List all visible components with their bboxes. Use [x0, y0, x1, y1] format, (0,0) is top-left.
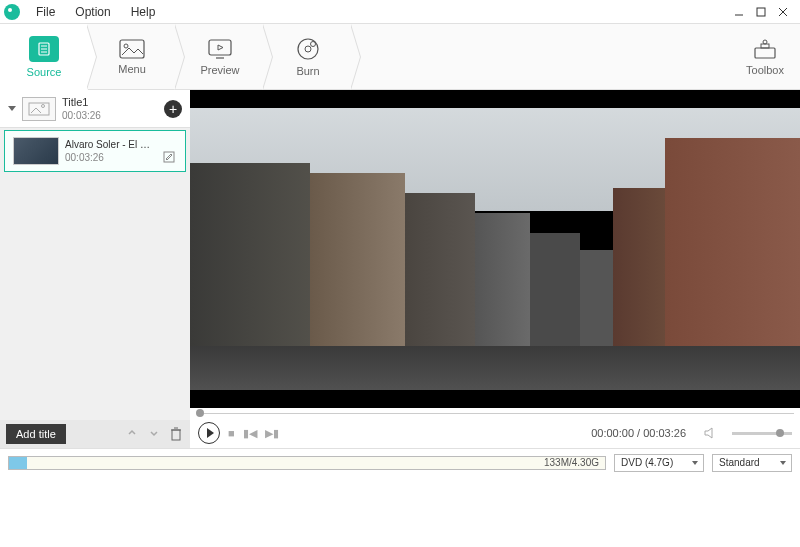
image-icon [119, 39, 145, 59]
clip-duration: 00:03:26 [65, 152, 157, 163]
svg-rect-10 [209, 40, 231, 55]
clip-name: Alvaro Soler - El Mism... [65, 139, 157, 150]
svg-point-18 [763, 40, 767, 44]
svg-rect-22 [172, 430, 180, 440]
step-label: Preview [200, 64, 239, 76]
step-burn[interactable]: Burn [264, 24, 352, 90]
document-icon [29, 36, 59, 62]
capacity-text: 133M/4.30G [544, 457, 599, 469]
svg-marker-25 [705, 428, 712, 438]
menubar: File Option Help [0, 0, 800, 24]
title-row[interactable]: Title1 00:03:26 + [0, 90, 190, 128]
title-info: Title1 00:03:26 [62, 96, 158, 121]
close-button[interactable] [776, 5, 790, 19]
svg-point-9 [124, 44, 128, 48]
toolbox-icon [752, 38, 778, 60]
svg-point-20 [42, 104, 45, 107]
prev-button[interactable]: ▮◀ [243, 427, 257, 440]
clip-info: Alvaro Soler - El Mism... 00:03:26 [65, 139, 157, 163]
step-label: Menu [118, 63, 146, 75]
preview-panel: ■ ▮◀ ▶▮ 00:00:00 / 00:03:26 [190, 90, 800, 448]
svg-point-15 [311, 41, 316, 46]
stop-button[interactable]: ■ [228, 427, 235, 439]
svg-rect-16 [755, 48, 775, 58]
scrubber[interactable] [190, 408, 800, 418]
svg-point-14 [305, 46, 311, 52]
step-menu[interactable]: Menu [88, 24, 176, 90]
menu-option[interactable]: Option [65, 5, 120, 19]
sidebar: Title1 00:03:26 + Alvaro Soler - El Mism… [0, 90, 190, 448]
menu-help[interactable]: Help [121, 5, 166, 19]
play-button[interactable] [198, 422, 220, 444]
video-viewport[interactable] [190, 90, 800, 408]
clip-thumbnail [13, 137, 59, 165]
clip-row[interactable]: Alvaro Soler - El Mism... 00:03:26 [4, 130, 186, 172]
bottom-bar: 133M/4.30G DVD (4.7G) Standard [0, 448, 800, 476]
svg-rect-21 [164, 152, 174, 162]
volume-icon[interactable] [704, 427, 718, 439]
next-button[interactable]: ▶▮ [265, 427, 279, 440]
svg-rect-19 [29, 103, 49, 115]
disc-type-dropdown[interactable]: DVD (4.7G) [614, 454, 704, 472]
quality-dropdown[interactable]: Standard [712, 454, 792, 472]
svg-rect-8 [120, 40, 144, 58]
svg-rect-1 [757, 8, 765, 16]
play-icon [207, 428, 214, 438]
capacity-bar: 133M/4.30G [8, 456, 606, 470]
maximize-button[interactable] [754, 5, 768, 19]
toolbox-button[interactable]: Toolbox [730, 24, 800, 90]
disc-icon [296, 37, 320, 61]
step-label: Burn [296, 65, 319, 77]
title-name: Title1 [62, 96, 158, 108]
svg-marker-11 [218, 45, 223, 50]
player-controls: ■ ▮◀ ▶▮ 00:00:00 / 00:03:26 [190, 418, 800, 448]
sidebar-footer: Add title [0, 420, 190, 448]
title-thumbnail [22, 97, 56, 121]
expand-arrow-icon[interactable] [8, 106, 16, 111]
app-logo-icon [4, 4, 20, 20]
minimize-button[interactable] [732, 5, 746, 19]
scrubber-handle[interactable] [196, 409, 204, 417]
workflow-toolbar: Source Menu Preview Burn Toolbox [0, 24, 800, 90]
step-preview[interactable]: Preview [176, 24, 264, 90]
step-source[interactable]: Source [0, 24, 88, 90]
window-controls [732, 5, 796, 19]
edit-icon[interactable] [163, 151, 177, 165]
trash-icon[interactable] [170, 427, 184, 441]
add-clip-button[interactable]: + [164, 100, 182, 118]
volume-slider[interactable] [732, 432, 792, 435]
monitor-play-icon [207, 38, 233, 60]
toolbox-label: Toolbox [746, 64, 784, 76]
time-display: 00:00:00 / 00:03:26 [591, 427, 686, 439]
main-area: Title1 00:03:26 + Alvaro Soler - El Mism… [0, 90, 800, 448]
move-down-icon[interactable] [148, 427, 162, 441]
title-duration: 00:03:26 [62, 110, 158, 121]
move-up-icon[interactable] [126, 427, 140, 441]
step-label: Source [27, 66, 62, 78]
menu-file[interactable]: File [26, 5, 65, 19]
add-title-button[interactable]: Add title [6, 424, 66, 444]
